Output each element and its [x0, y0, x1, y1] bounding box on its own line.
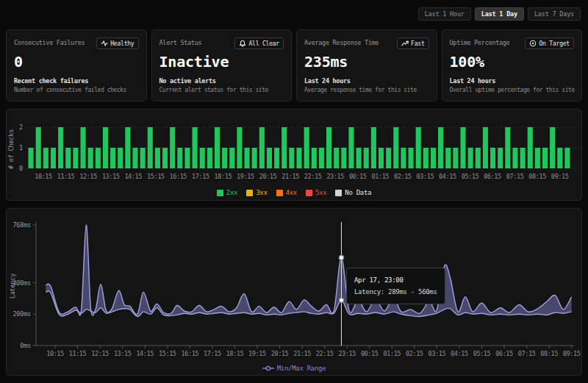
bar-2xx[interactable] [453, 148, 458, 168]
bar-2xx[interactable] [341, 148, 346, 168]
bar-2xx[interactable] [520, 148, 526, 168]
bar-2xx[interactable] [73, 148, 78, 168]
x-tick-label: 03:15 [417, 173, 434, 180]
bar-2xx[interactable] [215, 127, 220, 168]
bar-2xx[interactable] [80, 127, 85, 168]
bar-2xx[interactable] [207, 148, 212, 168]
bar-2xx[interactable] [431, 148, 436, 168]
bar-2xx[interactable] [29, 148, 34, 168]
bar-2xx[interactable] [348, 127, 354, 168]
x-tick-label: 08:15 [528, 173, 546, 180]
time-range-button-last-1-day[interactable]: Last 1 Day [475, 7, 524, 21]
bar-2xx[interactable] [125, 127, 130, 168]
bar-2xx[interactable] [371, 127, 376, 168]
x-tick-label: 04:15 [439, 173, 456, 180]
bar-2xx[interactable] [222, 148, 227, 168]
latency-tooltip: Apr 17, 23:00 Latency: 289ms - 560ms [346, 268, 445, 304]
x-tick-label: 17:15 [204, 350, 221, 357]
bar-2xx[interactable] [162, 148, 168, 168]
bar-2xx[interactable] [96, 148, 101, 168]
y-tick-label: 400ms [12, 279, 31, 287]
bar-2xx[interactable] [148, 127, 153, 168]
bar-2xx[interactable] [438, 127, 443, 168]
bar-2xx[interactable] [386, 148, 391, 168]
bar-2xx[interactable] [237, 127, 242, 168]
bar-2xx[interactable] [483, 127, 488, 168]
x-tick-label: 23:15 [338, 350, 356, 357]
latency-area-chart[interactable]: Latency0ms200ms400ms768ms10:1511:1512:15… [7, 215, 581, 362]
bar-2xx[interactable] [51, 148, 56, 168]
bar-2xx[interactable] [304, 127, 309, 168]
time-range-button-last-1-hour[interactable]: Last 1 Hour [418, 7, 471, 21]
x-tick-label: 09:15 [563, 350, 581, 357]
bar-2xx[interactable] [170, 127, 175, 168]
bar-2xx[interactable] [289, 148, 294, 168]
bar-2xx[interactable] [409, 148, 414, 168]
bar-2xx[interactable] [490, 148, 495, 168]
bar-2xx[interactable] [118, 148, 123, 168]
time-range-button-last-7-days[interactable]: Last 7 Days [528, 7, 581, 21]
card-title: Average Response Time [304, 37, 379, 46]
x-tick-label: 02:15 [394, 173, 412, 180]
bar-2xx[interactable] [282, 127, 287, 168]
bar-2xx[interactable] [535, 148, 540, 168]
bar-2xx[interactable] [58, 127, 63, 168]
bar-2xx[interactable] [252, 148, 257, 168]
bar-2xx[interactable] [110, 148, 115, 168]
bar-2xx[interactable] [334, 148, 339, 168]
bar-2xx[interactable] [498, 148, 503, 168]
bar-2xx[interactable] [356, 148, 362, 168]
bar-2xx[interactable] [65, 148, 71, 168]
bar-2xx[interactable] [564, 148, 570, 168]
x-tick-label: 13:15 [102, 173, 120, 180]
bar-2xx[interactable] [259, 127, 265, 168]
bar-2xx[interactable] [103, 127, 108, 168]
bar-2xx[interactable] [550, 127, 555, 168]
checks-bar-chart[interactable]: # of Checks01210:1511:1512:1513:1514:151… [7, 115, 581, 186]
bar-2xx[interactable] [132, 148, 137, 168]
bar-2xx[interactable] [267, 148, 272, 168]
bar-2xx[interactable] [274, 148, 279, 168]
legend-swatch-icon [217, 190, 223, 196]
bar-2xx[interactable] [140, 148, 146, 168]
bar-2xx[interactable] [401, 148, 406, 168]
x-tick-label: 00:15 [349, 173, 367, 180]
bar-2xx[interactable] [193, 127, 198, 168]
x-tick-label: 07:15 [518, 350, 536, 357]
bar-2xx[interactable] [468, 148, 473, 168]
bar-2xx[interactable] [528, 127, 533, 168]
bar-2xx[interactable] [319, 148, 324, 168]
bar-2xx[interactable] [200, 148, 205, 168]
bar-2xx[interactable] [312, 148, 317, 168]
bar-2xx[interactable] [296, 148, 301, 168]
x-tick-label: 03:15 [429, 350, 446, 357]
bar-2xx[interactable] [393, 127, 398, 168]
bar-2xx[interactable] [364, 148, 369, 168]
bar-2xx[interactable] [505, 127, 510, 168]
bar-2xx[interactable] [423, 148, 429, 168]
latency-chart-panel: Latency0ms200ms400ms768ms10:1511:1512:15… [6, 208, 582, 376]
bar-2xx[interactable] [512, 148, 517, 168]
badge-label: Fast [411, 40, 424, 47]
x-tick-label: 14:15 [124, 173, 142, 180]
bar-2xx[interactable] [445, 148, 451, 168]
bar-2xx[interactable] [36, 127, 41, 168]
bar-2xx[interactable] [43, 148, 49, 168]
bar-2xx[interactable] [177, 148, 182, 168]
legend-item-4xx: 4xx [276, 189, 297, 196]
bar-2xx[interactable] [326, 127, 331, 168]
x-tick-label: 19:15 [237, 173, 254, 180]
bar-2xx[interactable] [88, 148, 93, 168]
bar-2xx[interactable] [460, 127, 465, 168]
bar-2xx[interactable] [229, 148, 234, 168]
bar-2xx[interactable] [379, 148, 384, 168]
legend-item-5xx: 5xx [306, 189, 326, 196]
bar-2xx[interactable] [244, 148, 249, 168]
bar-2xx[interactable] [184, 148, 190, 168]
bar-2xx[interactable] [416, 127, 421, 168]
bar-2xx[interactable] [476, 148, 481, 168]
card-value: 235ms [304, 53, 429, 71]
bar-2xx[interactable] [557, 148, 562, 168]
bar-2xx[interactable] [542, 148, 548, 168]
bar-2xx[interactable] [155, 148, 160, 168]
